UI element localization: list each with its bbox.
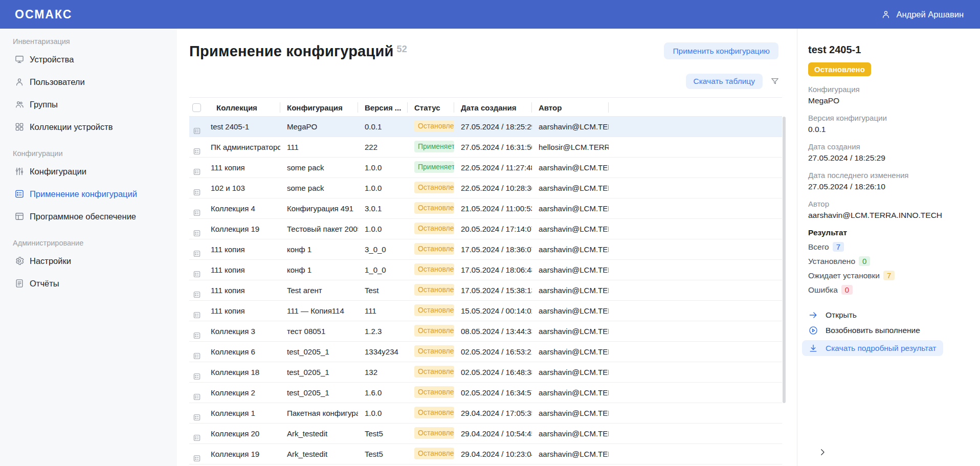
- sidebar-item-sliders[interactable]: Конфигурации: [0, 160, 177, 183]
- result-item-installed: Установлено0: [808, 256, 968, 267]
- configuration-cell: конф 1: [280, 265, 358, 274]
- select-all-cell: [189, 98, 210, 117]
- row-icon-cell: [189, 405, 210, 421]
- collection-cell: Коллекция 2: [210, 388, 280, 397]
- checklist-icon: [192, 311, 210, 319]
- table-row[interactable]: Коллекция 18test_0205_1132Остановлено02.…: [189, 362, 782, 383]
- collection-cell: Коллекция 6: [210, 347, 280, 356]
- table-row[interactable]: 111 копияконф 11_0_0Остановлено17.05.202…: [189, 260, 782, 280]
- row-icon-cell: [189, 118, 210, 135]
- configuration-cell: test_0205_1: [280, 368, 358, 376]
- row-icon-cell: [189, 220, 210, 237]
- table-row[interactable]: Коллекция 2test_0205_11.6.0Остановлено02…: [189, 383, 782, 403]
- table-row[interactable]: Коллекция 3тест 080511.2.3Остановлено08.…: [189, 321, 782, 342]
- filter-icon[interactable]: [770, 76, 780, 86]
- created-cell: 02.05.2024 / 16:48:38: [454, 368, 532, 376]
- result-item-count: 7: [833, 242, 844, 252]
- sidebar-item-checklist[interactable]: Применение конфигураций: [0, 183, 177, 205]
- table-row[interactable]: 102 и 103some pack1.0.0Остановлено22.05.…: [189, 178, 782, 198]
- version-cell: 111: [358, 306, 408, 315]
- table-row[interactable]: Коллекция 1Пакетная конфигурация1.0.0Ост…: [189, 403, 782, 424]
- sidebar-item-label: Конфигурации: [30, 167, 86, 176]
- result-heading: Результат: [808, 228, 968, 237]
- status-badge: Остановлено: [414, 448, 454, 459]
- apply-configuration-button[interactable]: Применить конфигурацию: [664, 42, 778, 59]
- users-icon: [14, 99, 25, 109]
- table-toolbar: Скачать таблицу: [686, 74, 781, 89]
- arrow-right-icon: [808, 310, 818, 320]
- gear-icon: [14, 256, 25, 266]
- column-header: Коллекция: [210, 98, 280, 117]
- status-cell: Остановлено: [408, 386, 454, 400]
- configuration-cell: 111 — Копия114: [280, 306, 358, 315]
- author-cell: aarshavin@LCM.TERRA.INNO.TECH: [532, 286, 609, 295]
- play-circle-icon: [808, 325, 818, 336]
- page-title-text: Применение конфигураций: [189, 43, 393, 59]
- detail-status-badge: Остановлено: [808, 62, 871, 76]
- chevron-right-icon: [818, 448, 827, 457]
- table-row[interactable]: Коллекция 19Ark_testeditTest5Остановлено…: [189, 444, 782, 464]
- sidebar-item-gear[interactable]: Настройки: [0, 250, 177, 272]
- collection-cell: 111 копия: [210, 163, 280, 172]
- sidebar-item-users[interactable]: Группы: [0, 93, 177, 116]
- checklist-icon: [14, 189, 25, 199]
- status-badge: Остановлено: [414, 263, 454, 275]
- status-badge: Остановлено: [414, 243, 454, 255]
- status-cell: Применяется: [408, 161, 454, 174]
- table-row[interactable]: 111 копияsome pack1.0.0Применяется22.05.…: [189, 158, 782, 178]
- table-row[interactable]: ПК администраторов111222Применяется27.05…: [189, 137, 782, 158]
- collapse-panel-button[interactable]: [818, 448, 827, 457]
- status-cell: Остановлено: [408, 284, 454, 297]
- download-icon: [808, 343, 818, 353]
- report-icon: [14, 278, 25, 289]
- action-label: Возобновить выполнение: [826, 326, 920, 335]
- collection-cell: Коллекция 19: [210, 450, 280, 458]
- sidebar-item-monitor[interactable]: Устройства: [0, 48, 177, 71]
- table-row[interactable]: Коллекция 20Ark_testeditTest5Остановлено…: [189, 424, 782, 444]
- status-badge: Остановлено: [414, 325, 454, 337]
- status-badge: Остановлено: [414, 223, 454, 234]
- table-row[interactable]: test 2405-1MegaPO0.0.1Остановлено27.05.2…: [189, 117, 782, 137]
- sidebar-item-software[interactable]: Программное обеспечение: [0, 205, 177, 228]
- checklist-icon: [192, 413, 202, 421]
- sidebar-item-report[interactable]: Отчёты: [0, 272, 177, 295]
- download-table-button[interactable]: Скачать таблицу: [686, 74, 763, 89]
- detail-field: Дата последнего изменения27.05.2024 / 18…: [808, 171, 968, 191]
- user-menu[interactable]: Андрей Аршавин: [881, 9, 964, 19]
- table-row[interactable]: 111 копияTest агентTestОстановлено17.05.…: [189, 280, 782, 301]
- status-badge: Применяется: [414, 141, 454, 152]
- monitor-icon: [14, 54, 25, 64]
- collection-cell: 111 копия: [210, 245, 280, 254]
- checklist-icon: [192, 372, 210, 381]
- sidebar-item-user[interactable]: Пользователи: [0, 71, 177, 93]
- action-download[interactable]: Скачать подробный результат: [802, 340, 943, 356]
- column-header-spacer: [609, 98, 782, 117]
- action-arrow-right[interactable]: Открыть: [802, 309, 968, 321]
- table-row[interactable]: Коллекция 6test_0205_11334y234Остановлен…: [189, 342, 782, 362]
- checklist-icon: [192, 127, 210, 135]
- select-all-checkbox[interactable]: [192, 103, 201, 112]
- collection-cell: test 2405-1: [210, 122, 280, 131]
- author-cell: aarshavin@LCM.TERRA.INNO.TECH: [532, 184, 609, 192]
- table-row[interactable]: Коллекция 19Тестовый пакет 20051.0.0Оста…: [189, 219, 782, 239]
- configurations-table: КоллекцияКонфигурацияВерсия ...СтатусДат…: [189, 97, 782, 464]
- sidebar-item-grid[interactable]: Коллекции устройств: [0, 116, 177, 138]
- table-scrollbar[interactable]: [783, 117, 786, 403]
- status-cell: Остановлено: [408, 263, 454, 277]
- table-row[interactable]: 111 копия111 — Копия114111Остановлено15.…: [189, 301, 782, 321]
- sidebar-section-label: Инвентаризация: [0, 37, 177, 48]
- status-cell: Остановлено: [408, 182, 454, 195]
- table-row[interactable]: 111 копияконф 13_0_0Остановлено17.05.202…: [189, 239, 782, 260]
- created-cell: 15.05.2024 / 00:14:02: [454, 306, 532, 315]
- status-cell: Остановлено: [408, 243, 454, 256]
- status-badge: Остановлено: [414, 366, 454, 378]
- collection-cell: Коллекция 20: [210, 429, 280, 438]
- configuration-cell: Тестовый пакет 2005: [280, 225, 358, 233]
- status-cell: Остановлено: [408, 304, 454, 318]
- configuration-cell: Test агент: [280, 286, 358, 295]
- table-row[interactable]: Коллекция 4Конфигурация 4913.0.1Остановл…: [189, 198, 782, 219]
- author-cell: aarshavin@LCM.TERRA.INNO.TECH: [532, 450, 609, 458]
- action-play-circle[interactable]: Возобновить выполнение: [802, 325, 968, 336]
- sidebar: ИнвентаризацияУстройстваПользователиГруп…: [0, 29, 177, 466]
- checklist-icon: [192, 229, 202, 237]
